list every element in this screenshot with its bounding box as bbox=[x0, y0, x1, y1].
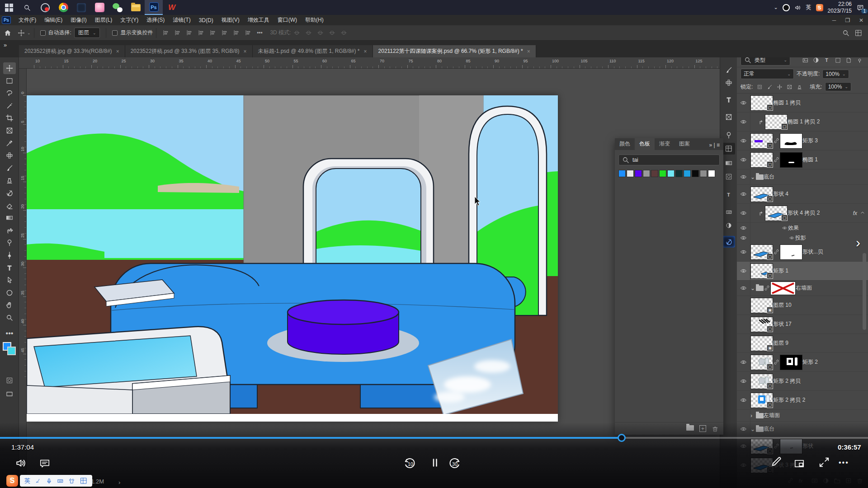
mask-link-icon[interactable] bbox=[773, 443, 780, 450]
menu-item-4[interactable]: 文字(Y) bbox=[116, 15, 142, 25]
adjustments-panel-icon[interactable] bbox=[722, 220, 735, 231]
layer-name[interactable]: 图层 10 bbox=[773, 301, 792, 309]
mask-link-icon[interactable] bbox=[773, 249, 780, 255]
layer-name[interactable]: 椭圆 1 拷贝 bbox=[773, 99, 801, 107]
history-tool[interactable] bbox=[3, 187, 16, 199]
clock[interactable]: 22:06 2023/7/15 bbox=[828, 1, 852, 14]
video-progress-bar[interactable] bbox=[0, 437, 868, 439]
zoom-tool[interactable] bbox=[3, 312, 16, 324]
minimize-button[interactable]: ─ bbox=[827, 17, 841, 23]
3d-slide-icon[interactable] bbox=[326, 28, 338, 38]
vertical-ruler[interactable]: 051015202530354045 bbox=[19, 69, 27, 488]
home-icon[interactable] bbox=[0, 29, 15, 37]
fill-dropdown[interactable]: 100%⌄ bbox=[825, 82, 851, 91]
align-right-icon[interactable] bbox=[183, 28, 195, 38]
menu-item-3[interactable]: 图层(L) bbox=[91, 15, 117, 25]
layer-thumbnail[interactable]: ▢ bbox=[750, 393, 773, 408]
eyedropper-tool[interactable] bbox=[3, 137, 16, 149]
lock-pixels-icon[interactable] bbox=[765, 83, 774, 91]
group-expand-chevron[interactable]: ⌄ bbox=[750, 285, 756, 291]
layer-row[interactable]: ▣图层 10 bbox=[737, 296, 868, 315]
layer-row[interactable]: ↳▢椭圆 1 拷贝 2 bbox=[737, 113, 868, 131]
layer-thumbnail[interactable]: ▢ bbox=[750, 355, 773, 370]
video-progress-handle[interactable] bbox=[618, 434, 626, 442]
layer-row[interactable]: ▢矩形 1 bbox=[737, 262, 868, 281]
video-forward-button[interactable]: 30 bbox=[448, 456, 461, 470]
layer-mask-thumbnail[interactable] bbox=[780, 439, 802, 454]
swatch-1[interactable] bbox=[627, 170, 634, 177]
group-expand-chevron[interactable]: ⌄ bbox=[750, 174, 756, 180]
layer-row[interactable]: ▢形状 4 bbox=[737, 185, 868, 204]
eraser-tool[interactable] bbox=[3, 200, 16, 211]
show-transform-checkbox[interactable] bbox=[112, 30, 118, 36]
start-taskbar-icon[interactable] bbox=[0, 0, 18, 15]
layer-row[interactable]: ▣图层 9 bbox=[737, 334, 868, 353]
layer-thumbnail[interactable]: ▢ bbox=[765, 114, 788, 130]
toolbar-more-icon[interactable]: ••• bbox=[3, 328, 16, 339]
layer-visibility-eye-icon[interactable] bbox=[737, 131, 750, 150]
menu-item-9[interactable]: 增效工具 bbox=[244, 15, 274, 25]
search-taskbar-icon[interactable] bbox=[18, 0, 36, 15]
status-chevron-icon[interactable]: › bbox=[118, 479, 120, 486]
video-pause-button[interactable] bbox=[429, 457, 440, 468]
tab-close-icon[interactable]: × bbox=[116, 48, 119, 55]
layer-row[interactable]: ▢椭圆 1 拷贝 bbox=[737, 94, 868, 113]
crop-tool[interactable] bbox=[3, 112, 16, 124]
delete-layer-button[interactable] bbox=[856, 477, 863, 484]
video-pip-button[interactable] bbox=[793, 458, 805, 469]
quick-mask-button[interactable] bbox=[3, 375, 16, 386]
layer-visibility-eye-icon[interactable] bbox=[737, 169, 750, 184]
menu-item-8[interactable]: 视图(V) bbox=[217, 15, 244, 25]
video-fullscreen-button[interactable] bbox=[818, 456, 830, 468]
horizontal-ruler[interactable]: 1015202530354045505560657075808590951001… bbox=[19, 57, 720, 69]
layer-visibility-empty[interactable] bbox=[737, 315, 750, 333]
shape-tool[interactable] bbox=[3, 287, 16, 299]
layer-visibility-eye-icon[interactable] bbox=[737, 204, 750, 222]
swatches-menu-icon[interactable]: » | ≡ bbox=[706, 140, 723, 150]
fx-collapse-chevron[interactable] bbox=[860, 210, 865, 216]
lock-all-icon[interactable] bbox=[795, 83, 803, 91]
menu-item-0[interactable]: 文件(F) bbox=[14, 15, 40, 25]
explorer-taskbar-icon[interactable] bbox=[127, 0, 145, 15]
layer-name[interactable]: 图层 9 bbox=[773, 339, 788, 347]
character-panel-icon[interactable]: T bbox=[722, 189, 735, 201]
tray-speaker-icon[interactable] bbox=[794, 4, 802, 11]
layer-name[interactable]: 矩形 2 拷贝 bbox=[773, 377, 801, 385]
document-tab-2[interactable]: 未标题-1.psd @ 49.8% (图层 1, RGB/8#) *× bbox=[253, 45, 373, 57]
mask-link-icon[interactable] bbox=[773, 156, 780, 163]
darkapp-taskbar-icon[interactable] bbox=[72, 0, 90, 15]
layer-thumbnail[interactable]: ▢ bbox=[750, 244, 773, 260]
layer-visibility-eye-icon[interactable] bbox=[737, 353, 750, 371]
lasso-tool[interactable] bbox=[3, 87, 16, 99]
3d-roll-icon[interactable] bbox=[302, 28, 314, 38]
3d-panel-icon[interactable] bbox=[722, 111, 735, 123]
layer-row[interactable]: ↳▢形状 4 拷贝 2fx bbox=[737, 204, 868, 223]
layer-visibility-eye-icon[interactable] bbox=[737, 437, 750, 455]
ime-pen-icon[interactable] bbox=[35, 478, 41, 484]
sogou-tray-icon[interactable]: S bbox=[816, 4, 823, 11]
layer-row[interactable]: ▢矩形 3 bbox=[737, 131, 868, 150]
layer-mask-thumbnail[interactable] bbox=[780, 133, 802, 149]
layer-thumbnail[interactable]: ▢ bbox=[750, 263, 773, 279]
swatch-5[interactable] bbox=[659, 170, 666, 177]
video-notes-button[interactable] bbox=[770, 455, 783, 468]
layer-style-button[interactable]: fx bbox=[798, 477, 807, 484]
layer-visibility-eye-icon[interactable] bbox=[737, 113, 750, 131]
layer-visibility-eye-icon[interactable] bbox=[737, 372, 750, 390]
target-dropdown[interactable]: 图层⌄ bbox=[74, 28, 100, 38]
swatch-2[interactable] bbox=[635, 170, 642, 177]
group-expand-chevron[interactable]: › bbox=[750, 413, 756, 419]
background-color[interactable] bbox=[7, 347, 16, 355]
video-side-arrow[interactable]: › bbox=[856, 235, 860, 250]
sync-panel-icon[interactable] bbox=[722, 236, 735, 248]
brushes-panel-icon[interactable] bbox=[722, 77, 735, 89]
layer-name[interactable]: 矩形 2 bbox=[802, 358, 818, 366]
layer-mask-thumbnail[interactable] bbox=[780, 152, 802, 168]
gradients-panel-icon[interactable] bbox=[722, 157, 735, 169]
hand-tool[interactable] bbox=[3, 299, 16, 311]
layer-visibility-eye-icon[interactable] bbox=[737, 281, 750, 296]
menu-item-7[interactable]: 3D(D) bbox=[195, 15, 217, 25]
mask-link-icon[interactable] bbox=[773, 359, 780, 366]
3d-orbit-icon[interactable] bbox=[291, 28, 302, 38]
new-swatch-icon[interactable]: + bbox=[699, 425, 706, 432]
